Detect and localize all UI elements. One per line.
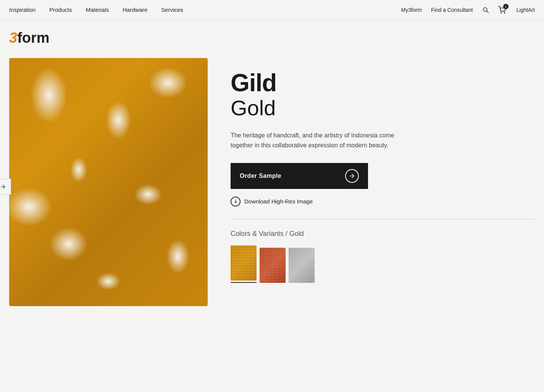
swatch-silver-image — [289, 248, 315, 283]
nav-item-materials[interactable]: Materials — [86, 6, 109, 13]
navigation: Inspiration Products Materials Hardware … — [0, 0, 544, 20]
product-variant: Gold — [231, 96, 535, 120]
svg-line-1 — [486, 11, 488, 13]
product-info: Gild Gold The heritage of handcraft, and… — [231, 58, 535, 283]
colors-title: Colors & Variants / Gold — [231, 230, 535, 238]
image-navigation — [0, 179, 11, 195]
nav-item-hardware[interactable]: Hardware — [123, 6, 147, 13]
swatch-copper-image — [260, 248, 286, 283]
nav-left: Inspiration Products Materials Hardware … — [9, 6, 183, 13]
product-name: Gild — [231, 69, 535, 96]
nav-item-inspiration[interactable]: Inspiration — [9, 6, 36, 13]
cart-button[interactable]: 1 — [498, 6, 506, 14]
logo-area: 3 form — [0, 20, 544, 49]
search-button[interactable] — [482, 6, 489, 13]
order-arrow-icon — [345, 169, 359, 183]
svg-point-3 — [504, 12, 505, 13]
nav-item-products[interactable]: Products — [49, 6, 72, 13]
nav-item-services[interactable]: Services — [161, 6, 183, 13]
section-divider — [231, 219, 535, 219]
swatch-copper[interactable] — [260, 248, 286, 283]
product-description: The heritage of handcraft, and the artis… — [231, 131, 395, 151]
cart-count: 1 — [503, 4, 508, 9]
swatch-gold-image — [231, 245, 257, 281]
nav-right: My3form Find a Consultant 1 LightArt — [401, 6, 535, 14]
svg-point-2 — [500, 12, 501, 13]
logo[interactable]: 3 form — [9, 31, 535, 45]
order-sample-label: Order Sample — [240, 173, 281, 179]
product-image — [9, 58, 208, 306]
main-content: 01 / 02 Gild Gold The heritage of ha — [0, 49, 544, 321]
logo-form: form — [17, 31, 49, 45]
swatch-gold[interactable] — [231, 245, 257, 283]
order-sample-button[interactable]: Order Sample — [231, 163, 368, 189]
download-label: Download High-Res Image — [244, 198, 313, 205]
next-arrow-button[interactable] — [0, 179, 11, 195]
colors-active-variant: Gold — [289, 230, 304, 237]
colors-title-text: Colors & Variants — [231, 230, 284, 237]
download-image-link[interactable]: Download High-Res Image — [231, 197, 535, 206]
logo-3: 3 — [9, 31, 17, 45]
color-swatches — [231, 245, 535, 283]
lightart-button[interactable]: LightArt — [517, 7, 535, 13]
find-consultant-link[interactable]: Find a Consultant — [431, 7, 473, 13]
my3form-link[interactable]: My3form — [401, 7, 422, 13]
colors-slash: / — [286, 230, 289, 237]
swatch-silver[interactable] — [289, 248, 315, 283]
download-icon — [231, 197, 241, 206]
image-section: 01 / 02 — [9, 58, 208, 306]
